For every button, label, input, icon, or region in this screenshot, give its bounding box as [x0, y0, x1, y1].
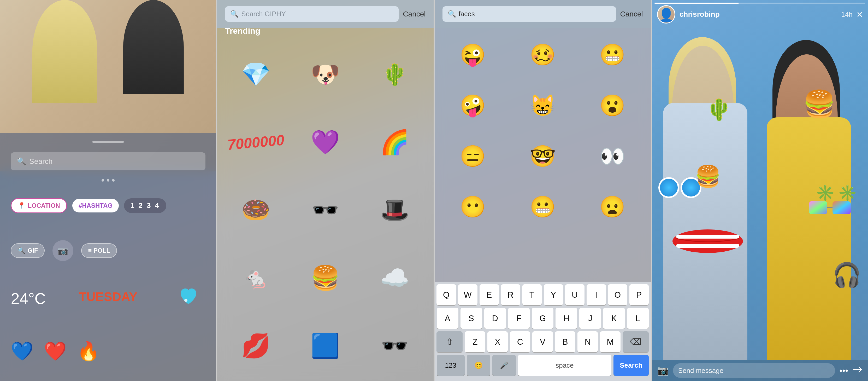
- key-e[interactable]: E: [479, 284, 499, 305]
- key-s[interactable]: S: [461, 308, 482, 329]
- search-icon: 🔍: [17, 157, 26, 166]
- sticker-burger[interactable]: 🍔: [292, 245, 359, 311]
- sticker-rat[interactable]: 🐁: [222, 245, 289, 311]
- sticker-party-hat[interactable]: 🎩: [361, 177, 428, 243]
- face-10[interactable]: 😶: [440, 184, 506, 231]
- key-shift[interactable]: ⇧: [436, 331, 463, 352]
- panel1-menu-dots[interactable]: [101, 179, 115, 182]
- day-sticker[interactable]: TUESDAY: [79, 290, 137, 304]
- key-z[interactable]: Z: [465, 331, 485, 352]
- story-camera-icon[interactable]: 📷: [657, 365, 669, 376]
- face-5[interactable]: 😸: [509, 82, 576, 129]
- heart-sticker[interactable]: [178, 286, 199, 307]
- face-3[interactable]: 😬: [580, 31, 646, 78]
- panel1-search-bar[interactable]: 🔍 Search: [11, 152, 205, 170]
- poll-label: ≡ POLL: [88, 247, 110, 254]
- face-6[interactable]: 😮: [580, 82, 646, 129]
- location-sticker[interactable]: 📍 LOCATION: [11, 198, 67, 213]
- sticker-million[interactable]: 7000000: [222, 110, 289, 175]
- key-j[interactable]: J: [579, 308, 601, 329]
- sticker-crystal[interactable]: 💎: [222, 42, 289, 107]
- sticker-lips[interactable]: 💋: [222, 313, 289, 378]
- gif-sticker[interactable]: 🔍 GIF: [11, 243, 44, 258]
- key-123[interactable]: 123: [437, 355, 465, 376]
- panel2-header: 🔍 Search GIPHY Cancel: [217, 0, 433, 28]
- sticker-donut[interactable]: 🍩: [222, 177, 289, 243]
- face-1[interactable]: 😜: [440, 31, 506, 78]
- sticker-rainbow[interactable]: 🌈: [361, 110, 428, 175]
- dot2: [107, 179, 110, 182]
- key-a[interactable]: A: [437, 308, 458, 329]
- key-h[interactable]: H: [556, 308, 577, 329]
- panel1-bottom-icons: 💙 ❤️ 🔥: [11, 341, 205, 362]
- key-r[interactable]: R: [501, 284, 520, 305]
- faces-search-value[interactable]: faces: [459, 10, 475, 18]
- key-backspace[interactable]: ⌫: [623, 331, 649, 352]
- svg-rect-3: [676, 244, 739, 248]
- sticker-fancy-glasses[interactable]: 🕶️: [292, 177, 359, 243]
- key-x[interactable]: X: [487, 331, 508, 352]
- weather-label: 24°C: [11, 290, 46, 307]
- key-v[interactable]: V: [532, 331, 553, 352]
- key-mic[interactable]: 🎤: [492, 355, 516, 376]
- sticker-purple-heart[interactable]: 💜: [292, 110, 359, 175]
- panel1-hair-dark: [123, 0, 184, 94]
- ar-plant-sticker: 🌵: [706, 97, 732, 122]
- bottom-fire-icon: 🔥: [77, 341, 100, 362]
- panel1-drag-handle[interactable]: [92, 141, 124, 143]
- story-close-button[interactable]: ×: [857, 9, 863, 20]
- story-send-button[interactable]: [852, 364, 863, 377]
- sticker-blue-heart[interactable]: 🟦: [292, 313, 359, 378]
- bottom-heart-icon: 💙: [11, 341, 33, 362]
- giphy-cancel-button[interactable]: Cancel: [403, 10, 426, 18]
- story-avatar[interactable]: 👤: [657, 5, 675, 24]
- panel-sticker-picker: 🔍 Search 📍 LOCATION #HASHTAG 1 2 3 4 🔍 G…: [0, 0, 216, 381]
- key-p[interactable]: P: [629, 284, 649, 305]
- key-f[interactable]: F: [508, 308, 530, 329]
- face-4[interactable]: 🤪: [440, 82, 506, 129]
- key-u[interactable]: U: [565, 284, 585, 305]
- key-q[interactable]: Q: [436, 284, 456, 305]
- day-label: TUESDAY: [79, 290, 137, 304]
- number-sticker[interactable]: 1 2 3 4: [124, 198, 166, 213]
- key-k[interactable]: K: [603, 308, 625, 329]
- story-username[interactable]: chrisrobinp: [680, 10, 837, 19]
- key-c[interactable]: C: [510, 331, 530, 352]
- faces-cancel-button[interactable]: Cancel: [620, 10, 643, 18]
- sticker-cool-glasses[interactable]: 🕶️: [361, 313, 428, 378]
- weather-sticker[interactable]: 24°C: [11, 290, 46, 307]
- sticker-dog[interactable]: 🐶: [292, 42, 359, 107]
- face-7[interactable]: 😑: [440, 133, 506, 179]
- key-y[interactable]: Y: [544, 284, 563, 305]
- key-g[interactable]: G: [532, 308, 553, 329]
- giphy-search-input[interactable]: Search GIPHY: [241, 10, 394, 18]
- story-message-input[interactable]: Send message: [673, 363, 835, 378]
- poll-sticker[interactable]: ≡ POLL: [81, 243, 117, 258]
- story-time: 14h: [841, 10, 852, 19]
- faces-search-box[interactable]: 🔍 faces: [442, 6, 616, 22]
- key-d[interactable]: D: [484, 308, 506, 329]
- key-m[interactable]: M: [600, 331, 620, 352]
- search-key-button[interactable]: Search: [614, 355, 649, 376]
- face-12[interactable]: 😦: [580, 184, 646, 231]
- story-more-button[interactable]: •••: [839, 366, 848, 376]
- key-i[interactable]: I: [587, 284, 606, 305]
- camera-sticker[interactable]: 📷: [53, 240, 73, 261]
- face-11[interactable]: 😬: [509, 184, 576, 231]
- key-n[interactable]: N: [578, 331, 598, 352]
- sticker-cactus[interactable]: 🌵: [361, 42, 428, 107]
- key-emoji[interactable]: 😊: [467, 355, 490, 376]
- key-t[interactable]: T: [522, 284, 542, 305]
- face-8[interactable]: 🤓: [509, 133, 576, 179]
- hashtag-sticker[interactable]: #HASHTAG: [72, 199, 119, 212]
- key-o[interactable]: O: [608, 284, 627, 305]
- key-l[interactable]: L: [627, 308, 649, 329]
- face-2[interactable]: 🥴: [509, 31, 576, 78]
- key-b[interactable]: B: [555, 331, 576, 352]
- sticker-cloud[interactable]: ☁️: [361, 245, 428, 311]
- key-space[interactable]: space: [518, 355, 612, 376]
- location-label: LOCATION: [28, 202, 60, 209]
- face-9[interactable]: 👀: [580, 133, 646, 179]
- key-w[interactable]: W: [458, 284, 477, 305]
- giphy-search-box[interactable]: 🔍 Search GIPHY: [225, 6, 399, 22]
